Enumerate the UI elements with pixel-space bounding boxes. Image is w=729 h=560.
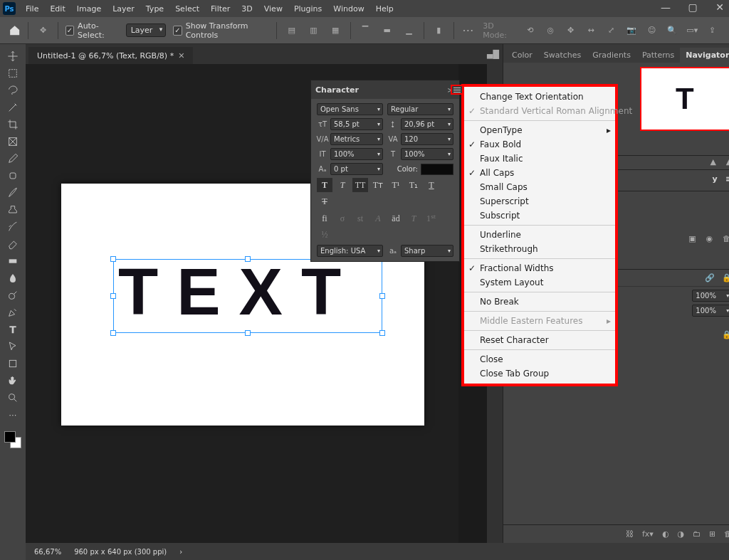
transform-handle[interactable] xyxy=(110,330,116,336)
menu-item[interactable]: OpenType xyxy=(464,123,615,137)
discretionary-lig-button[interactable]: st xyxy=(352,211,368,226)
eyedropper-tool-icon[interactable] xyxy=(3,151,23,167)
align-top-icon[interactable]: ▔ xyxy=(358,22,373,39)
healing-tool-icon[interactable] xyxy=(3,168,23,184)
dodge-tool-icon[interactable] xyxy=(3,287,23,303)
type-tool-icon[interactable] xyxy=(3,322,23,337)
text-color-well[interactable] xyxy=(421,164,453,175)
histogram-icon[interactable]: ▄█ xyxy=(487,50,503,61)
menu-window[interactable]: Window xyxy=(327,4,369,14)
underline-button[interactable]: T xyxy=(424,178,439,192)
tab-swatches[interactable]: Swatches xyxy=(538,48,587,63)
menu-item[interactable]: Strikethrough xyxy=(464,242,615,256)
eraser-tool-icon[interactable] xyxy=(3,236,23,252)
more-options-icon[interactable]: ⋯ xyxy=(461,22,476,39)
fx-icon[interactable]: fx▾ xyxy=(642,529,654,539)
menu-layer[interactable]: Layer xyxy=(107,4,140,14)
menu-file[interactable]: File xyxy=(20,4,44,14)
tab-navigator[interactable]: Navigator xyxy=(680,48,729,63)
align-bottom-icon[interactable]: ▁ xyxy=(402,22,416,39)
menu-item[interactable]: Superscript xyxy=(464,194,615,208)
stamp-tool-icon[interactable] xyxy=(3,202,23,218)
3d-zoom-icon[interactable]: ⤢ xyxy=(603,22,619,39)
3d-roll-icon[interactable]: ◎ xyxy=(542,22,558,39)
align-center-h-icon[interactable]: ▥ xyxy=(306,22,321,39)
menu-item[interactable]: Faux Italic xyxy=(464,152,615,166)
font-weight-dropdown[interactable]: Regular xyxy=(387,103,453,115)
distribute-icon[interactable]: ▮ xyxy=(431,22,446,39)
swash-button[interactable]: A xyxy=(370,211,386,226)
tab-patterns[interactable]: Patterns xyxy=(636,48,680,63)
shape-tool-icon[interactable] xyxy=(3,356,23,371)
baseline-field[interactable]: 0 pt xyxy=(330,163,383,175)
doc-dimensions[interactable]: 960 px x 640 px (300 ppi) xyxy=(74,548,167,556)
move-tool-icon[interactable]: ✥ xyxy=(36,22,51,39)
menu-item[interactable]: Small Caps xyxy=(464,180,615,194)
gradient-tool-icon[interactable] xyxy=(3,253,23,269)
ligatures-button[interactable]: fi xyxy=(317,211,332,226)
menu-type[interactable]: Type xyxy=(140,4,169,14)
marquee-tool-icon[interactable] xyxy=(3,65,23,81)
align-left-icon[interactable]: ▤ xyxy=(284,22,299,39)
menu-item[interactable]: Faux Bold xyxy=(464,137,615,152)
workspace-icon[interactable]: ▭▾ xyxy=(684,22,700,39)
contextual-alt-button[interactable]: σ xyxy=(335,211,350,226)
brush-tool-icon[interactable] xyxy=(3,185,23,201)
link-layers-icon[interactable]: ⛓ xyxy=(626,529,634,539)
auto-select-checkbox[interactable]: Auto-Select: xyxy=(65,21,119,40)
menu-image[interactable]: Image xyxy=(71,4,107,14)
3d-orbit-icon[interactable]: ⟲ xyxy=(523,22,538,39)
menu-view[interactable]: View xyxy=(258,4,288,14)
menu-help[interactable]: Help xyxy=(370,4,399,14)
stylistic-alt-button[interactable]: ād xyxy=(388,211,404,226)
antialias-dropdown[interactable]: Sharp xyxy=(401,245,453,257)
3d-camera-icon[interactable]: 📷 xyxy=(624,22,639,39)
transform-handle[interactable] xyxy=(245,256,251,262)
hscale-field[interactable]: 100% xyxy=(401,148,453,160)
path-select-tool-icon[interactable] xyxy=(3,339,23,354)
window-minimize-icon[interactable]: — xyxy=(661,1,671,13)
blur-tool-icon[interactable] xyxy=(3,270,23,286)
snapshot-icon[interactable]: ◉ xyxy=(706,234,713,243)
menu-item[interactable]: All Caps xyxy=(464,166,615,180)
font-family-dropdown[interactable]: Open Sans xyxy=(317,103,383,115)
mask-icon[interactable]: ◐ xyxy=(662,529,669,539)
hand-tool-icon[interactable] xyxy=(3,373,23,389)
delete-layer-icon[interactable]: 🗑 xyxy=(724,529,729,539)
zoom-out-icon[interactable]: ▲ xyxy=(710,157,715,168)
zoom-in-icon[interactable]: ▲ xyxy=(726,157,729,168)
superscript-button[interactable]: T¹ xyxy=(388,178,404,192)
adjustment-icon[interactable]: ◑ xyxy=(678,529,685,539)
panel-menu-icon[interactable] xyxy=(451,85,463,95)
leading-field[interactable]: 20,96 pt xyxy=(401,118,453,130)
document-tab[interactable]: Untitled-1 @ 66,7% (Text, RGB/8) * ✕ xyxy=(28,47,193,64)
menu-item[interactable]: Underline xyxy=(464,228,615,242)
share-icon[interactable]: ⇪ xyxy=(705,22,720,39)
menu-select[interactable]: Select xyxy=(169,4,205,14)
lasso-tool-icon[interactable] xyxy=(3,83,23,98)
user-icon[interactable]: ☺ xyxy=(644,22,659,39)
transform-handle[interactable] xyxy=(245,330,251,336)
menu-edit[interactable]: Edit xyxy=(44,4,70,14)
faux-italic-button[interactable]: T xyxy=(335,178,350,192)
kerning-field[interactable]: Metrics xyxy=(330,133,383,145)
transform-handle[interactable] xyxy=(110,256,116,262)
window-maximize-icon[interactable]: ▢ xyxy=(688,1,698,13)
layers-lock-icon[interactable]: 🔒 xyxy=(722,273,729,282)
subscript-button[interactable]: T₁ xyxy=(406,178,421,192)
faux-bold-button[interactable]: T xyxy=(317,178,332,192)
3d-pan-icon[interactable]: ✥ xyxy=(562,22,578,39)
show-transform-checkbox[interactable]: Show Transform Controls xyxy=(173,21,269,40)
titling-alt-button[interactable]: T xyxy=(406,211,421,226)
allcaps-button[interactable]: TT xyxy=(352,178,368,192)
color-swatches[interactable] xyxy=(4,431,21,448)
pen-tool-icon[interactable] xyxy=(3,305,23,320)
menu-item[interactable]: System Layout xyxy=(464,275,615,290)
wand-tool-icon[interactable] xyxy=(3,100,23,115)
layers-link-icon[interactable]: 🔗 xyxy=(705,273,715,282)
crop-tool-icon[interactable] xyxy=(3,117,23,132)
menu-item[interactable]: Close Tab Group xyxy=(464,366,615,381)
menu-item[interactable]: Reset Character xyxy=(464,333,615,347)
zoom-tool-icon[interactable] xyxy=(3,390,23,406)
menu-item[interactable]: Subscript xyxy=(464,208,615,223)
